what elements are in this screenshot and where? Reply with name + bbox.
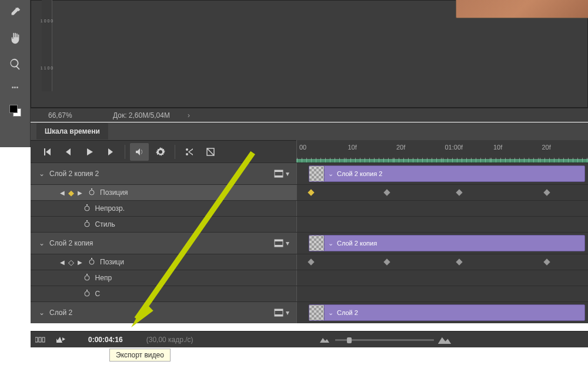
svg-rect-23 [42,337,45,342]
layer-header[interactable]: ⌄ Слой 2 ▾ [31,302,296,323]
frame-rate[interactable]: (30,00 кадр./c) [146,336,193,344]
stopwatch-icon[interactable] [83,274,91,283]
property-label: Непр [95,274,112,282]
svg-rect-19 [275,309,283,311]
prev-frame-button[interactable] [59,143,78,161]
frames-view-icon[interactable] [35,336,46,344]
property-row[interactable]: ◀ ◇ ▶ Позици [31,254,296,270]
status-more-icon[interactable]: › [188,111,190,120]
svg-rect-6 [86,204,88,205]
keyframe-icon[interactable] [456,189,463,195]
zoom-level[interactable]: 66,67% [31,111,101,120]
property-label: Непрозр. [95,204,125,213]
property-label: Позиция [100,188,128,197]
keyframe-lane[interactable] [296,201,588,216]
svg-point-12 [89,260,94,264]
clip-label: Слой 2 копия [337,240,377,247]
layer-options-icon[interactable]: ▾ [274,239,289,247]
property-label: Стиль [95,220,115,228]
svg-point-3 [89,190,94,195]
video-clip[interactable]: ⌄ Слой 2 [309,304,585,321]
keyframe-lane[interactable] [296,217,588,232]
chevron-down-icon[interactable]: ⌄ [328,240,333,247]
track-lane[interactable]: ⌄ Слой 2 копия [296,233,588,254]
transition-button[interactable] [201,143,220,161]
hand-tool-icon[interactable] [9,32,22,47]
keyframe-icon[interactable] [308,258,314,265]
keyframe-icon[interactable] [383,258,390,265]
color-swatch[interactable] [9,105,21,117]
svg-rect-21 [35,337,38,342]
keyframe-lane[interactable] [296,254,588,270]
svg-rect-20 [275,314,283,316]
property-row[interactable]: ◀ ◆ ▶ Позиция [31,185,296,200]
track-lane[interactable]: ⌄ Слой 2 [296,302,588,323]
svg-rect-17 [86,290,88,291]
property-row[interactable]: ◀ ◆ ▶ Непрозр. [31,201,296,216]
audio-toggle-button[interactable] [130,143,149,161]
svg-point-14 [85,276,89,280]
chevron-down-icon[interactable]: ⌄ [328,309,333,317]
video-clip[interactable]: ⌄ Слой 2 копия [309,235,585,251]
svg-rect-15 [86,274,88,275]
layer-name: Слой 2 [49,309,274,317]
svg-point-16 [85,291,89,296]
keyframe-lane[interactable] [296,286,588,301]
settings-button[interactable] [151,143,170,161]
canvas-image-fragment [456,0,588,18]
keyframe-nav[interactable]: ◀ ◇ ▶ [60,258,82,267]
keyframe-icon[interactable] [383,189,390,195]
chevron-down-icon[interactable]: ⌄ [39,239,45,247]
track-lane[interactable]: ⌄ Слой 2 копия 2 [296,163,588,184]
layer-header[interactable]: ⌄ Слой 2 копия 2 ▾ [31,163,296,184]
keyframe-icon[interactable] [308,189,314,195]
video-clip[interactable]: ⌄ Слой 2 копия 2 [309,165,585,182]
document-canvas-area: 1 0 0 01 1 0 0 [31,0,588,108]
keyframe-icon[interactable] [543,189,550,195]
layer-options-icon[interactable]: ▾ [274,170,289,178]
zoom-in-icon [438,336,451,344]
keyframe-lane[interactable] [296,185,588,200]
eyedropper-tool-icon[interactable] [9,6,22,21]
property-row[interactable]: ◀ ◆ ▶ Непр [31,270,296,286]
keyframe-icon[interactable] [543,258,550,265]
play-button[interactable] [80,143,99,161]
stopwatch-icon[interactable] [83,204,91,213]
chevron-down-icon[interactable]: ⌄ [39,170,45,178]
timeline-tab[interactable]: Шкала времени [36,123,108,140]
stopwatch-icon[interactable] [88,188,95,197]
chevron-down-icon[interactable]: ⌄ [39,309,45,317]
layer-options-icon[interactable]: ▾ [274,309,289,317]
first-frame-button[interactable] [38,143,56,161]
zoom-slider-knob[interactable] [347,337,352,343]
clip-thumbnail [309,166,325,181]
zoom-tool-icon[interactable] [9,58,22,73]
next-frame-button[interactable] [101,143,120,161]
split-clip-button[interactable] [180,143,199,161]
svg-rect-8 [86,220,88,221]
keyframe-nav[interactable]: ◀ ◆ ▶ [60,188,82,197]
keyframe-icon[interactable] [456,258,463,265]
clip-label: Слой 2 копия 2 [337,170,382,177]
doc-size: Док: 2,60M/5,04M [101,111,170,120]
chevron-down-icon[interactable]: ⌄ [328,170,333,178]
stopwatch-icon[interactable] [83,220,91,229]
property-row[interactable]: ◀ ◆ ▶ Стиль [31,217,296,232]
timeline-zoom-slider[interactable] [320,331,449,348]
keyframe-lane[interactable] [296,270,588,286]
more-tools-icon[interactable]: ••• [12,84,19,91]
svg-rect-11 [275,245,283,247]
stopwatch-icon[interactable] [83,290,91,299]
export-video-button[interactable] [55,336,66,344]
stopwatch-icon[interactable] [88,258,95,267]
timecode[interactable]: 0:00:04:16 [88,336,123,344]
clip-label: Слой 2 [337,309,358,316]
layer-header[interactable]: ⌄ Слой 2 копия ▾ [31,233,296,254]
property-row[interactable]: ◀ ◆ ▶ С [31,286,296,301]
clip-thumbnail [309,236,325,251]
svg-point-5 [85,206,89,211]
property-label: С [95,290,101,298]
svg-rect-22 [39,337,41,342]
property-label: Позици [100,258,124,266]
layer-name: Слой 2 копия 2 [49,170,274,178]
